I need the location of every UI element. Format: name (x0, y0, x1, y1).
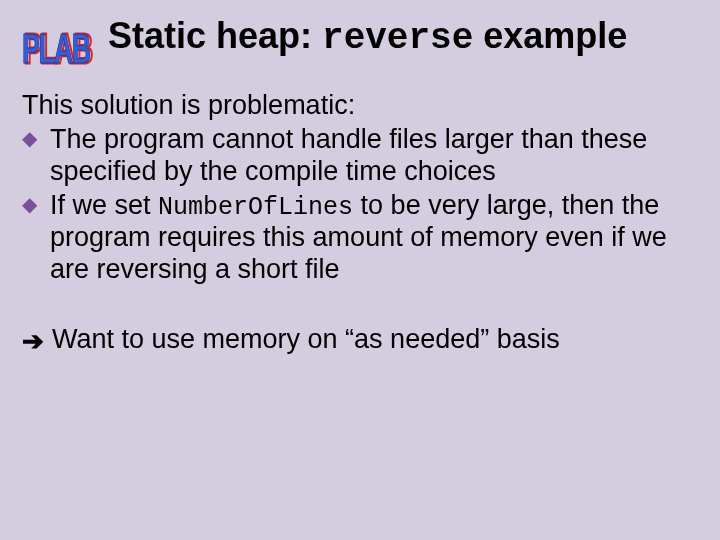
bullet-1-text: The program cannot handle files larger t… (50, 124, 647, 186)
diamond-bullet-icon: ◆ (22, 128, 37, 148)
bullet-2-pre: If we set (50, 190, 158, 220)
conclusion-text: Want to use memory on “as needed” basis (52, 324, 560, 354)
slide: PLAB PLAB Static heap: reverse example T… (0, 0, 720, 540)
bullet-2-code: NumberOfLines (158, 193, 353, 222)
slide-body: This solution is problematic: ◆ The prog… (22, 90, 698, 356)
spacer (22, 288, 698, 324)
title-tail: example (473, 15, 627, 56)
title-code: reverse (322, 18, 473, 59)
diamond-bullet-icon: ◆ (22, 194, 37, 214)
logo-blue-layer: PLAB (22, 25, 90, 68)
title-lead: Static heap: (108, 15, 322, 56)
slide-title: Static heap: reverse example (108, 14, 698, 59)
plab-logo: PLAB PLAB (22, 14, 94, 68)
intro-text: This solution is problematic: (22, 90, 698, 122)
bullet-1: ◆ The program cannot handle files larger… (22, 124, 698, 188)
bullet-2: ◆ If we set NumberOfLines to be very lar… (22, 190, 698, 286)
title-row: PLAB PLAB Static heap: reverse example (22, 14, 698, 68)
conclusion-line: ➔ Want to use memory on “as needed” basi… (22, 324, 698, 356)
arrow-right-icon: ➔ (22, 326, 44, 357)
